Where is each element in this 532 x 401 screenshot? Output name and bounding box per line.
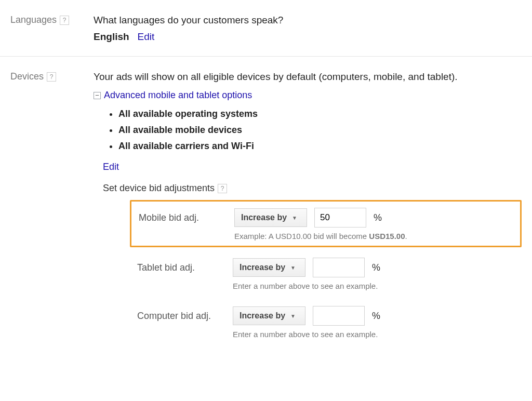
languages-edit-link[interactable]: Edit	[137, 31, 154, 42]
devices-edit-link[interactable]: Edit	[103, 162, 119, 172]
list-item: All available mobile devices	[118, 122, 522, 138]
help-icon[interactable]: ?	[218, 184, 227, 193]
tablet-bid-row: Tablet bid adj. Increase by ▼ % Enter a …	[130, 251, 522, 296]
advanced-options-expander[interactable]: − Advanced mobile and tablet options	[94, 90, 522, 101]
devices-section: Devices ? Your ads will show on all elig…	[10, 62, 522, 357]
mobile-bid-controls: Mobile bid adj. Increase by ▼ %	[139, 208, 513, 228]
computer-bid-label: Computer bid adj.	[137, 311, 225, 322]
mobile-bid-hint: Example: A USD10.00 bid will become USD1…	[234, 232, 513, 240]
list-item: All available carriers and Wi-Fi	[118, 138, 522, 154]
dropdown-label: Increase by	[240, 263, 285, 272]
languages-value-row: English Edit	[94, 31, 522, 43]
help-icon[interactable]: ?	[47, 72, 56, 82]
mobile-bid-value-input[interactable]	[314, 208, 366, 228]
section-divider	[0, 56, 532, 57]
percent-sign: %	[372, 262, 380, 273]
languages-value: English	[94, 31, 129, 42]
computer-bid-hint: Enter a number above to see an example.	[233, 330, 514, 339]
languages-label-col: Languages ?	[10, 15, 94, 25]
languages-content: What languages do your customers speak? …	[94, 15, 522, 43]
computer-bid-controls: Computer bid adj. Increase by ▼ %	[137, 306, 514, 326]
chevron-down-icon: ▼	[290, 265, 296, 271]
chevron-down-icon: ▼	[290, 313, 296, 319]
dropdown-label: Increase by	[240, 311, 285, 320]
hint-prefix: Example: A USD10.00 bid will become	[234, 232, 369, 240]
percent-sign: %	[374, 212, 382, 223]
languages-heading: What languages do your customers speak?	[94, 15, 522, 26]
computer-bid-value-input[interactable]	[313, 306, 365, 326]
mobile-bid-row: Mobile bid adj. Increase by ▼ % Example:…	[130, 200, 522, 247]
advanced-options-label[interactable]: Advanced mobile and tablet options	[104, 90, 252, 101]
tablet-bid-hint: Enter a number above to see an example.	[233, 282, 514, 290]
devices-label: Devices	[10, 71, 44, 82]
tablet-bid-value-input[interactable]	[313, 258, 365, 277]
chevron-down-icon: ▼	[292, 215, 297, 221]
tablet-bid-direction-dropdown[interactable]: Increase by ▼	[233, 258, 305, 277]
devices-label-col: Devices ?	[10, 71, 94, 82]
tablet-bid-label: Tablet bid adj.	[137, 262, 225, 273]
devices-content: Your ads will show on all eligible devic…	[94, 71, 522, 348]
mobile-bid-label: Mobile bid adj.	[139, 212, 227, 223]
computer-bid-direction-dropdown[interactable]: Increase by ▼	[233, 306, 305, 325]
bid-adj-subheading: Set device bid adjustments	[103, 183, 215, 194]
help-icon[interactable]: ?	[60, 16, 69, 25]
percent-sign: %	[372, 311, 380, 322]
devices-edit-row: Edit	[103, 162, 522, 172]
advanced-options-list: All available operating systems All avai…	[118, 106, 522, 154]
bid-rows: Mobile bid adj. Increase by ▼ % Example:…	[130, 200, 522, 344]
hint-suffix: .	[405, 232, 407, 240]
bid-adj-subheading-row: Set device bid adjustments ?	[103, 183, 522, 194]
computer-bid-row: Computer bid adj. Increase by ▼ % Enter …	[130, 300, 522, 344]
list-item: All available operating systems	[118, 106, 522, 122]
collapse-icon[interactable]: −	[94, 92, 101, 99]
tablet-bid-controls: Tablet bid adj. Increase by ▼ %	[137, 258, 514, 277]
dropdown-label: Increase by	[241, 213, 287, 222]
languages-label: Languages	[10, 15, 57, 25]
devices-heading: Your ads will show on all eligible devic…	[94, 71, 522, 83]
mobile-bid-direction-dropdown[interactable]: Increase by ▼	[234, 208, 307, 227]
hint-strong: USD15.00	[369, 232, 405, 240]
languages-section: Languages ? What languages do your custo…	[10, 5, 522, 52]
